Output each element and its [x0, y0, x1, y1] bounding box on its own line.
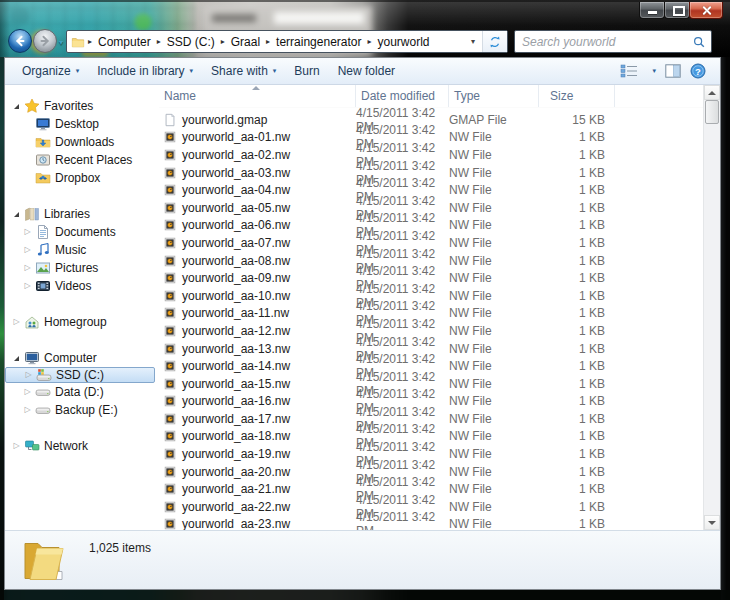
- file-name-cell: yourworld_aa-02.nw: [159, 148, 356, 162]
- sidebar-item-backup-e[interactable]: ▷Backup (E:): [5, 401, 159, 419]
- sidebar-item-music[interactable]: ▷Music: [5, 241, 159, 259]
- sidebar-item-label: Videos: [55, 279, 91, 293]
- nw-file-icon: [163, 289, 177, 303]
- navigation-pane: FavoritesDesktopDownloadsRecent PlacesDr…: [5, 85, 159, 530]
- file-type-cell: NW File: [449, 289, 539, 303]
- scrollbar-thumb[interactable]: [705, 100, 719, 124]
- expander-icon[interactable]: ▷: [22, 388, 33, 396]
- vertical-scrollbar[interactable]: [703, 85, 720, 530]
- file-type-cell: NW File: [449, 218, 539, 232]
- toolbar-burn-button[interactable]: Burn: [285, 61, 328, 81]
- nw-file-icon: [163, 183, 177, 197]
- expander-icon[interactable]: ▷: [22, 282, 33, 290]
- breadcrumb-segment-yourworld[interactable]: yourworld: [375, 33, 433, 51]
- change-view-button[interactable]: [620, 64, 638, 78]
- recent-pages-dropdown[interactable]: ▾: [59, 38, 63, 47]
- nw-file-icon: [163, 130, 177, 144]
- back-arrow-icon: [13, 34, 27, 48]
- file-name-cell: yourworld_aa-13.nw: [159, 342, 356, 356]
- sidebar-item-label: Music: [55, 243, 86, 257]
- column-header-size[interactable]: Size: [539, 85, 615, 107]
- file-name: yourworld_aa-07.nw: [182, 236, 290, 250]
- file-type-cell: NW File: [449, 201, 539, 215]
- file-name: yourworld_aa-17.nw: [182, 412, 290, 426]
- address-dropdown-icon[interactable]: ▾: [464, 37, 482, 46]
- expander-icon[interactable]: ▷: [11, 318, 22, 326]
- sidebar-item-computer[interactable]: Computer: [5, 349, 159, 367]
- sidebar-item-data-d[interactable]: ▷Data (D:): [5, 383, 159, 401]
- file-size-cell: 1 KB: [539, 201, 615, 215]
- expander-icon[interactable]: ▷: [22, 246, 33, 254]
- breadcrumb-segment-graal[interactable]: Graal: [228, 33, 263, 51]
- expander-icon[interactable]: ▷: [23, 371, 34, 379]
- back-button[interactable]: [8, 29, 32, 53]
- sidebar-item-favorites[interactable]: Favorites: [5, 97, 159, 115]
- sidebar-item-homegroup[interactable]: ▷Homegroup: [5, 313, 159, 331]
- sidebar-item-network[interactable]: ▷Network: [5, 437, 159, 455]
- refresh-icon: [488, 35, 502, 49]
- refresh-button[interactable]: [482, 31, 507, 52]
- toolbar-share-with-button[interactable]: Share with▾: [202, 61, 285, 81]
- expander-icon[interactable]: ▷: [22, 264, 33, 272]
- column-header-type[interactable]: Type: [449, 85, 539, 107]
- expander-icon[interactable]: [11, 212, 22, 217]
- sidebar-item-recent-places[interactable]: Recent Places: [5, 151, 159, 169]
- sidebar-item-videos[interactable]: ▷Videos: [5, 277, 159, 295]
- items-count: 1,025 items: [89, 541, 151, 555]
- documents-icon: [35, 224, 51, 240]
- desktop-icon: [35, 116, 51, 132]
- file-name-cell: yourworld_aa-18.nw: [159, 429, 356, 443]
- file-row[interactable]: yourworld_aa-23.nw4/15/2011 3:42 PMNW Fi…: [159, 516, 703, 530]
- sidebar-item-pictures[interactable]: ▷Pictures: [5, 259, 159, 277]
- scroll-down-icon: [708, 521, 716, 525]
- maximize-icon: [673, 6, 685, 16]
- file-type-cell: NW File: [449, 324, 539, 338]
- sidebar-item-documents[interactable]: ▷Documents: [5, 223, 159, 241]
- minimize-button[interactable]: [639, 2, 665, 19]
- maximize-button[interactable]: [664, 2, 690, 19]
- file-size-cell: 1 KB: [539, 412, 615, 426]
- file-name-cell: yourworld_aa-12.nw: [159, 324, 356, 338]
- sidebar-item-libraries[interactable]: Libraries: [5, 205, 159, 223]
- nw-file-icon: [163, 148, 177, 162]
- expander-icon[interactable]: [11, 356, 22, 361]
- chevron-down-icon: ▾: [190, 67, 194, 75]
- expander-icon[interactable]: [11, 104, 22, 109]
- sidebar-item-label: Desktop: [55, 117, 99, 131]
- file-type-cell: NW File: [449, 183, 539, 197]
- close-button[interactable]: [689, 2, 723, 19]
- file-size-cell: 1 KB: [539, 517, 615, 530]
- expander-icon[interactable]: ▷: [22, 228, 33, 236]
- file-name-cell: yourworld_aa-23.nw: [159, 517, 356, 530]
- toolbar-label: Burn: [294, 64, 319, 78]
- sidebar-item-ssd-c[interactable]: ▷SSD (C:): [5, 367, 155, 383]
- expander-icon[interactable]: ▷: [22, 406, 33, 414]
- breadcrumb-segment-computer[interactable]: Computer: [95, 33, 154, 51]
- expander-icon[interactable]: ▷: [11, 442, 22, 450]
- sidebar-item-dropbox[interactable]: Dropbox: [5, 169, 159, 187]
- file-size-cell: 1 KB: [539, 359, 615, 373]
- column-header-date-modified[interactable]: Date modified: [356, 85, 449, 107]
- toolbar-include-in-library-button[interactable]: Include in library▾: [88, 61, 202, 81]
- scroll-down-button[interactable]: [704, 515, 720, 530]
- file-type-cell: NW File: [449, 394, 539, 408]
- scroll-up-button[interactable]: [704, 85, 720, 100]
- file-type-cell: GMAP File: [449, 113, 539, 127]
- sidebar-item-desktop[interactable]: Desktop: [5, 115, 159, 133]
- breadcrumb-segment-ssd-c[interactable]: SSD (C:): [164, 33, 218, 51]
- toolbar-new-folder-button[interactable]: New folder: [329, 61, 404, 81]
- nw-file-icon: [163, 201, 177, 215]
- address-bar[interactable]: ▸Computer▸SSD (C:)▸Graal▸terraingenerato…: [66, 30, 508, 53]
- toolbar-organize-button[interactable]: Organize▾: [13, 61, 88, 81]
- preview-pane-button[interactable]: [665, 64, 681, 78]
- nw-file-icon: [163, 465, 177, 479]
- forward-button[interactable]: [33, 29, 57, 53]
- help-button[interactable]: ?: [690, 63, 706, 79]
- toolbar-label: Organize: [22, 64, 71, 78]
- breadcrumb-segment-terraingenerator[interactable]: terraingenerator: [273, 33, 364, 51]
- nw-file-icon: [163, 517, 177, 530]
- sidebar-item-downloads[interactable]: Downloads: [5, 133, 159, 151]
- search-input[interactable]: [515, 35, 692, 49]
- view-dropdown-icon[interactable]: ▾: [652, 67, 656, 75]
- search-icon: [692, 35, 706, 49]
